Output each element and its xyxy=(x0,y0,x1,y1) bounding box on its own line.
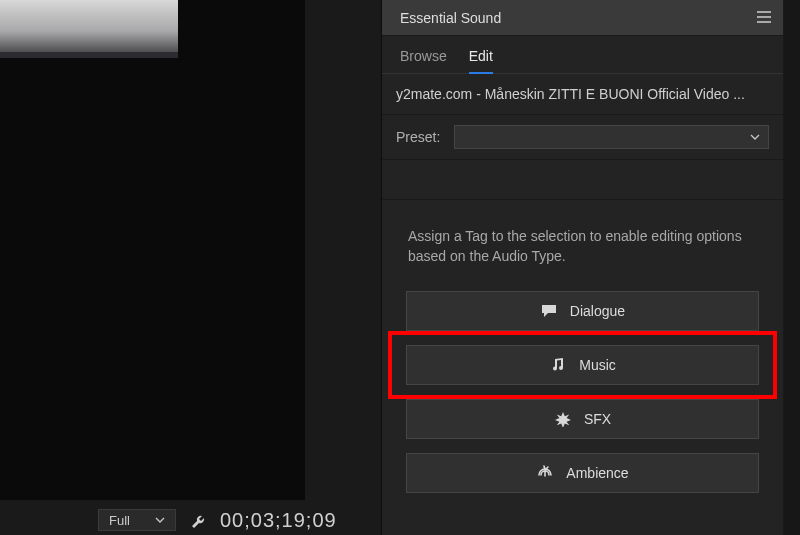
panel-header: Essential Sound xyxy=(382,0,783,36)
preset-label: Preset: xyxy=(396,129,440,145)
tag-ambience-wrap: Ambience xyxy=(406,453,759,493)
dialogue-icon xyxy=(540,302,558,320)
tag-sfx-label: SFX xyxy=(584,411,611,427)
tag-sfx-button[interactable]: SFX xyxy=(406,399,759,439)
resolution-dropdown[interactable]: Full xyxy=(98,509,176,531)
preset-dropdown[interactable] xyxy=(454,125,769,149)
panel-spacer xyxy=(382,160,783,200)
tag-buttons-group: Dialogue Music SFX xyxy=(382,291,783,493)
essential-sound-panel: Essential Sound Browse Edit y2mate.com -… xyxy=(381,0,783,535)
tab-edit[interactable]: Edit xyxy=(469,48,493,74)
tab-browse[interactable]: Browse xyxy=(400,48,447,73)
monitor-footer: Full 00;03;19;09 xyxy=(0,505,380,535)
chevron-down-icon xyxy=(750,129,760,145)
tag-music-button[interactable]: Music xyxy=(406,345,759,385)
timecode-display[interactable]: 00;03;19;09 xyxy=(220,509,337,532)
sfx-icon xyxy=(554,410,572,428)
ambience-icon xyxy=(536,464,554,482)
panel-tabs: Browse Edit xyxy=(382,36,783,74)
settings-wrench-icon[interactable] xyxy=(188,510,208,530)
video-frame-shadow xyxy=(0,52,178,58)
chevron-down-icon xyxy=(151,511,169,529)
selected-clip-name: y2mate.com - Måneskin ZITTI E BUONI Offi… xyxy=(382,74,783,115)
tag-dialogue-label: Dialogue xyxy=(570,303,625,319)
tag-music-label: Music xyxy=(579,357,616,373)
music-icon xyxy=(549,356,567,374)
tag-ambience-button[interactable]: Ambience xyxy=(406,453,759,493)
preset-row: Preset: xyxy=(382,115,783,160)
tag-music-wrap: Music xyxy=(406,345,759,385)
tag-ambience-label: Ambience xyxy=(566,465,628,481)
right-edge-strip xyxy=(784,0,800,535)
resolution-value: Full xyxy=(109,513,130,528)
panel-title: Essential Sound xyxy=(400,10,501,26)
panel-menu-icon[interactable] xyxy=(757,10,771,26)
video-preview xyxy=(0,0,305,500)
tag-dialogue-button[interactable]: Dialogue xyxy=(406,291,759,331)
video-frame-content xyxy=(0,0,178,52)
tag-sfx-wrap: SFX xyxy=(406,399,759,439)
tag-dialogue-wrap: Dialogue xyxy=(406,291,759,331)
program-monitor-area: Full 00;03;19;09 xyxy=(0,0,380,535)
tag-instructions: Assign a Tag to the selection to enable … xyxy=(382,200,783,291)
